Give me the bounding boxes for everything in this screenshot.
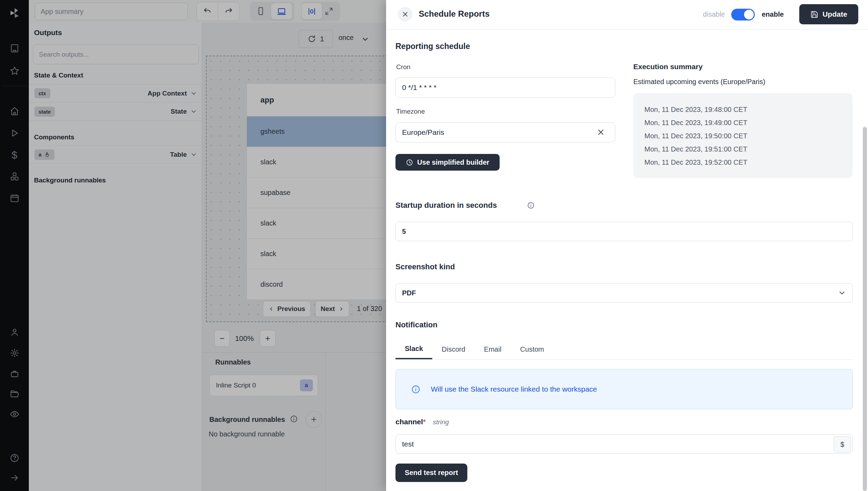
drawer-title: Schedule Reports [419,9,490,19]
schedule-reports-drawer: Schedule Reports disable enable Update R… [386,0,868,491]
toggle-knob [744,10,754,19]
startup-duration-input[interactable] [395,222,853,241]
select-chevron-icon [838,289,846,297]
simplified-builder-label: Use simplified builder [417,158,490,166]
clear-timezone-icon[interactable] [596,128,605,137]
channel-type-label: string [433,418,449,426]
close-drawer-button[interactable] [398,7,412,22]
info-icon [411,385,420,394]
startup-info-icon[interactable] [527,202,535,209]
tab-custom[interactable]: Custom [511,339,553,359]
channel-label-text: channel [395,418,423,426]
drawer-header: Schedule Reports disable enable Update [386,0,868,30]
tab-discord[interactable]: Discord [432,339,475,359]
channel-label: channel* string [395,418,449,426]
close-icon [401,10,409,18]
event-item: Mon, 11 Dec 2023, 19:49:00 CET [644,116,853,129]
send-test-report-button[interactable]: Send test report [395,464,467,482]
toggle-off-label: disable [692,10,725,18]
update-label: Update [823,10,847,18]
execution-summary-subtitle: Estimated upcoming events (Europe/Paris) [633,78,765,86]
notification-tabs: Slack Discord Email Custom [395,339,853,360]
send-test-report-label: Send test report [405,469,458,477]
slack-info-text: Will use the Slack resource linked to th… [431,385,597,393]
clock-icon [406,159,413,166]
channel-input[interactable] [395,434,853,454]
cron-label: Cron [396,63,410,71]
timezone-label: Timezone [396,108,425,115]
event-item: Mon, 11 Dec 2023, 19:51:00 CET [644,142,853,156]
required-asterisk: * [423,418,426,426]
screenshot-kind-heading: Screenshot kind [395,262,455,271]
screenshot-kind-select[interactable]: PDF [395,283,853,303]
screenshot-kind-value: PDF [402,289,416,297]
event-item: Mon, 11 Dec 2023, 19:50:00 CET [644,129,853,142]
execution-summary-heading: Execution summary [633,63,703,71]
cron-input[interactable] [395,77,615,98]
slack-info-alert: Will use the Slack resource linked to th… [395,369,853,409]
tab-email[interactable]: Email [475,339,511,359]
startup-duration-heading: Startup duration in seconds [395,201,497,210]
event-item: Mon, 11 Dec 2023, 19:52:00 CET [644,156,853,169]
tab-slack[interactable]: Slack [395,339,432,359]
simplified-builder-button[interactable]: Use simplified builder [395,154,500,171]
update-button[interactable]: Update [799,4,858,24]
toggle-on-label: enable [762,10,784,18]
enable-toggle[interactable] [731,9,755,21]
reporting-schedule-heading: Reporting schedule [395,42,470,51]
variable-picker-button[interactable]: $ [834,436,851,452]
upcoming-events-box: Mon, 11 Dec 2023, 19:48:00 CET Mon, 11 D… [633,93,853,178]
timezone-input[interactable] [395,122,615,142]
save-icon [810,10,818,18]
event-item: Mon, 11 Dec 2023, 19:48:00 CET [644,103,853,116]
notification-heading: Notification [395,320,437,329]
drawer-scrollbar[interactable] [863,127,867,491]
app-screen: $ [0,0,868,491]
